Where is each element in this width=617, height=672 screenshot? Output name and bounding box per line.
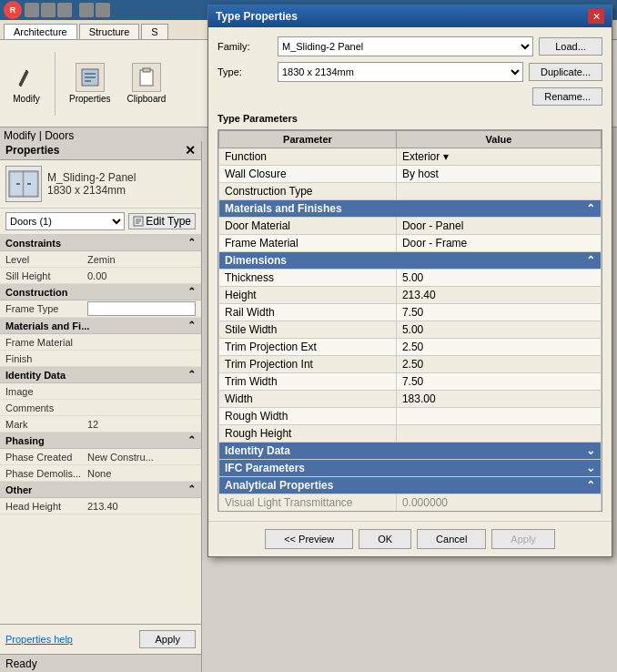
section-identity-label: Identity Data: [5, 370, 66, 381]
dialog-footer: << Preview OK Cancel Apply: [208, 521, 612, 556]
section-identity-header[interactable]: Identity Data ⌃: [0, 367, 201, 383]
image-label: Image: [5, 386, 87, 397]
rename-button[interactable]: Rename...: [532, 87, 602, 106]
prop-level: Level Zemin: [0, 251, 201, 268]
category-selector[interactable]: Doors (1): [5, 212, 125, 230]
section-phasing: Phasing ⌃ Phase Created New Constru... P…: [0, 433, 201, 482]
frame-type-label: Frame Type: [5, 303, 87, 314]
tab-structure[interactable]: Structure: [79, 24, 140, 39]
table-row: Trim Projection Int 2.50: [219, 356, 602, 373]
properties-help-link[interactable]: Properties help: [5, 634, 73, 645]
status-bar: Ready: [0, 654, 201, 672]
value-cell: 5.00: [396, 321, 601, 339]
param-cell: Thickness: [219, 270, 397, 287]
properties-icon: [76, 63, 105, 92]
toolbar-icon[interactable]: [57, 3, 72, 17]
section-other-header[interactable]: Other ⌃: [0, 482, 201, 498]
prop-frame-type: Frame Type: [0, 300, 201, 318]
clipboard-button[interactable]: Clipboard: [121, 60, 173, 107]
mode-label: Modify | Doors: [4, 129, 74, 142]
section-construction-header[interactable]: Construction ⌃: [0, 284, 201, 300]
properties-list: Constraints ⌃ Level Zemin Sill Height 0.…: [0, 235, 201, 672]
edit-type-button[interactable]: Edit Type: [128, 213, 196, 229]
panel-close-button[interactable]: ✕: [185, 143, 196, 158]
section-expand-icon[interactable]: ⌃: [586, 202, 595, 215]
param-cell: Height: [219, 287, 397, 304]
door-preview-svg: [7, 168, 40, 200]
section-expand-icon[interactable]: ⌃: [586, 479, 595, 492]
prop-image: Image: [0, 383, 201, 400]
parameters-table-container[interactable]: Parameter Value Function Exterior ▾ Wall…: [217, 129, 602, 512]
door-info: M_Sliding-2 Panel 1830 x 2134mm: [47, 171, 136, 197]
table-row: Analytical Properties ⌃: [219, 477, 602, 494]
param-col-header: Parameter: [219, 131, 397, 148]
modify-button[interactable]: Modify: [5, 60, 47, 107]
dropdown-value[interactable]: Exterior ▾: [402, 150, 449, 163]
prop-sill-height: Sill Height 0.00: [0, 268, 201, 284]
family-selector[interactable]: M_Sliding-2 Panel: [278, 36, 533, 56]
value-cell: 2.50: [396, 339, 601, 356]
param-cell: Function: [219, 148, 397, 166]
prop-mark: Mark 12: [0, 416, 201, 433]
section-label: Identity Data ⌄: [219, 443, 602, 460]
prop-phase-demolish: Phase Demolis... None: [0, 465, 201, 482]
svg-rect-5: [143, 68, 150, 72]
dialog-close-button[interactable]: ✕: [588, 9, 604, 24]
level-label: Level: [5, 254, 87, 265]
frame-type-input[interactable]: [87, 301, 196, 316]
section-phasing-label: Phasing: [5, 435, 45, 446]
door-preview: M_Sliding-2 Panel 1830 x 2134mm: [0, 160, 201, 209]
duplicate-button[interactable]: Duplicate...: [529, 63, 602, 81]
collapse-materials-icon: ⌃: [187, 320, 196, 331]
type-selector[interactable]: 1830 x 2134mm: [278, 62, 523, 82]
tab-systems[interactable]: S: [141, 24, 167, 39]
table-row: Construction Type: [219, 183, 602, 200]
param-cell: Visual Light Transmittance: [219, 494, 397, 512]
sill-height-label: Sill Height: [5, 270, 87, 281]
section-construction: Construction ⌃ Frame Type: [0, 284, 201, 318]
undo-icon[interactable]: [79, 3, 94, 17]
properties-label: Properties: [69, 94, 111, 104]
selector-row: Doors (1) Edit Type: [0, 209, 201, 235]
type-properties-dialog: Type Properties ✕ Family: M_Sliding-2 Pa…: [207, 5, 612, 557]
family-row: Family: M_Sliding-2 Panel Load...: [217, 36, 602, 56]
param-cell: Wall Closure: [219, 166, 397, 183]
paste-svg: [137, 67, 157, 87]
section-other: Other ⌃ Head Height 213.40: [0, 482, 201, 514]
table-row: Thickness 5.00: [219, 270, 602, 287]
section-identity: Identity Data ⌃ Image Comments Mark 12: [0, 367, 201, 433]
ok-button[interactable]: OK: [359, 529, 411, 549]
param-cell: Width: [219, 391, 397, 408]
toolbar-icon[interactable]: [41, 3, 56, 17]
value-cell: 5.00: [396, 270, 601, 287]
value-cell: 7.50: [396, 373, 601, 391]
load-button[interactable]: Load...: [539, 37, 602, 56]
toolbar-icon[interactable]: [25, 3, 39, 17]
section-expand-icon[interactable]: ⌃: [586, 254, 595, 267]
param-cell: Trim Projection Ext: [219, 339, 397, 356]
table-row: Solar Heat Gain Coefficient 0.000000: [219, 512, 602, 513]
table-row: Trim Width 7.50: [219, 373, 602, 391]
table-row: Identity Data ⌄: [219, 443, 602, 460]
param-cell: Rough Width: [219, 408, 397, 425]
properties-apply-button[interactable]: Apply: [139, 630, 196, 648]
separator: [55, 52, 56, 116]
finish-label: Finish: [5, 353, 87, 364]
cancel-button[interactable]: Cancel: [417, 529, 486, 549]
tab-architecture[interactable]: Architecture: [4, 24, 77, 39]
section-expand-icon[interactable]: ⌄: [586, 444, 595, 457]
redo-icon[interactable]: [96, 3, 110, 17]
properties-button[interactable]: Properties: [63, 60, 117, 107]
param-cell: Trim Width: [219, 373, 397, 391]
dialog-apply-button[interactable]: Apply: [491, 529, 555, 549]
section-expand-icon[interactable]: ⌄: [586, 462, 595, 474]
edit-type-icon: [133, 216, 144, 227]
value-cell: 0.000000: [396, 494, 601, 512]
preview-button[interactable]: << Preview: [265, 529, 353, 549]
parameters-table: Parameter Value Function Exterior ▾ Wall…: [218, 130, 602, 512]
section-constraints-header[interactable]: Constraints ⌃: [0, 235, 201, 251]
section-phasing-header[interactable]: Phasing ⌃: [0, 433, 201, 449]
value-cell[interactable]: Exterior ▾: [396, 148, 601, 166]
section-materials-header[interactable]: Materials and Fi... ⌃: [0, 318, 201, 334]
app-window: R Architecture Structure S: [0, 0, 617, 672]
